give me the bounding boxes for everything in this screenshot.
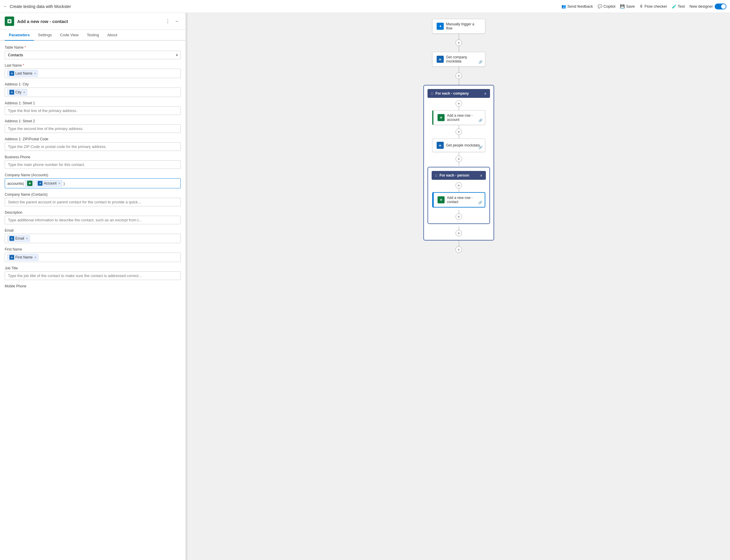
add-row-contact-box[interactable]: Add a new row - contact 🔗 [432,192,485,207]
get-people-box[interactable]: M Get people mockdata 🔗 [432,139,485,152]
toggle-knob [721,4,726,9]
connector-final-line [459,241,459,246]
address-city-input[interactable]: A City × [5,88,181,97]
first-name-input[interactable]: A First Name × [5,253,181,262]
back-icon: ← [4,4,7,9]
table-name-required: * [24,45,26,50]
add-inner-step-2[interactable]: + [456,129,462,135]
email-input[interactable]: A Email × [5,234,181,243]
flow-checker-icon: 🎙 [640,4,643,9]
company-accounts-input[interactable]: accounts( A Account × ) [5,178,181,188]
company-contacts-label: Company Name (Contacts) [5,192,181,197]
send-feedback-button[interactable]: 👥 Send feedback [561,4,593,9]
connector-1: + [456,34,462,52]
first-name-label: First Name [5,247,181,251]
tab-about[interactable]: About [103,30,121,41]
city-tag-close[interactable]: × [23,90,25,94]
add-company-step-bottom[interactable]: + [456,230,462,236]
topbar-actions: 👥 Send feedback 💬 Copilot 💾 Save 🎙 Flow … [561,4,726,9]
foreach-person-collapse[interactable]: ∧ [480,174,482,177]
trigger-icon [437,23,444,30]
foreach-company-collapse[interactable]: ∧ [484,92,487,95]
zip-label: Address 1: ZIP/Postal Code [5,137,181,141]
inner-line-3b [459,162,459,166]
foreach-person-icon: □ [435,174,437,177]
last-name-tag-close[interactable]: × [34,72,36,75]
account-tag-icon: A [38,181,42,186]
tab-settings[interactable]: Settings [34,30,56,41]
save-icon: 💾 [620,4,625,9]
business-phone-label: Business Phone [5,155,181,159]
description-input[interactable] [5,216,181,224]
address-street1-group: Address 1: Street 1 [5,101,181,115]
business-phone-input[interactable] [5,160,181,169]
job-title-group: Job Title [5,266,181,280]
add-step-1[interactable]: + [456,39,462,46]
test-button[interactable]: 🧪 Test [672,4,685,9]
zip-input[interactable] [5,142,181,151]
trigger-node: Manually trigger a flow [355,19,562,34]
last-name-input[interactable]: A Last Name × [5,69,181,78]
inner-person-line-1 [459,189,459,192]
flow-checker-button[interactable]: 🎙 Flow checker [640,4,667,9]
dataverse-icon-2 [438,196,445,203]
add-person-step-1[interactable]: + [456,182,462,189]
main-layout: Add a new row - contact ⋮ ← Parameters S… [0,13,730,560]
table-name-select[interactable]: Contacts [5,51,181,59]
address-city-label: Address 1: City [5,82,181,86]
foreach-company-title: For each - company [436,91,482,95]
svg-text:M: M [439,58,441,61]
first-name-tag: A First Name × [7,254,38,261]
topbar-left: ← Create testing data with Mockster [4,4,559,9]
address-street2-input[interactable] [5,124,181,133]
save-button[interactable]: 💾 Save [620,4,635,9]
last-name-required: * [23,63,24,67]
topbar: ← Create testing data with Mockster 👥 Se… [0,0,730,13]
accounts-suffix: ) [63,181,65,186]
tab-testing[interactable]: Testing [83,30,103,41]
account-tag-close[interactable]: × [58,182,60,185]
foreach-company-header[interactable]: □ For each - company ∧ [428,89,490,98]
connector-final: + [456,241,462,253]
email-tag-close[interactable]: × [26,237,28,240]
tabs-container: Parameters Settings Code View Testing Ab… [0,30,185,41]
address-street1-input[interactable] [5,106,181,115]
back-button[interactable]: ← [4,4,7,9]
foreach-person-header[interactable]: □ For each - person ∧ [432,171,486,180]
flow-canvas: Manually trigger a flow + M Get company … [355,19,562,554]
accounts-prefix: accounts( [7,181,24,186]
test-icon: 🧪 [672,4,677,9]
dataverse-tag-icon [27,181,32,186]
tab-parameters[interactable]: Parameters [5,30,34,41]
inner-connector-person-1: + [456,182,462,192]
get-company-label: Get company mockdata [446,55,481,63]
mobile-phone-label: Mobile Phone [5,284,181,288]
address-street2-label: Address 1: Street 2 [5,119,181,123]
panel-title: Add a new row - contact [17,19,161,24]
close-panel-button[interactable]: ← [174,17,181,25]
add-person-step-2[interactable]: + [456,213,462,220]
address-street2-group: Address 1: Street 2 [5,119,181,133]
add-row-account-box[interactable]: Add a new row - account 🔗 [432,110,485,125]
more-options-button[interactable]: ⋮ [164,17,171,25]
add-inner-step-1[interactable]: + [456,100,462,107]
inner-person-line-2 [459,210,459,213]
inner-line-1 [459,107,459,110]
new-designer-toggle[interactable] [715,4,726,9]
add-step-2[interactable]: + [456,73,462,79]
inner-line-2 [459,125,459,129]
first-name-tag-close[interactable]: × [34,256,36,259]
company-contacts-input[interactable] [5,198,181,206]
foreach-person-title: For each - person [440,173,478,177]
job-title-input[interactable] [5,271,181,280]
inner-connector-1: + [456,100,462,110]
form-area: Table Name * Contacts ▾ Last Name * [0,41,185,560]
tab-code-view[interactable]: Code View [56,30,83,41]
trigger-node-box[interactable]: Manually trigger a flow [432,19,485,34]
description-label: Description [5,210,181,215]
table-name-select-wrapper: Contacts ▾ [5,51,181,59]
add-final-step[interactable]: + [456,246,462,253]
get-company-box[interactable]: M Get company mockdata 🔗 [432,52,485,67]
copilot-button[interactable]: 💬 Copilot [598,4,615,9]
add-inner-step-3[interactable]: + [456,156,462,162]
